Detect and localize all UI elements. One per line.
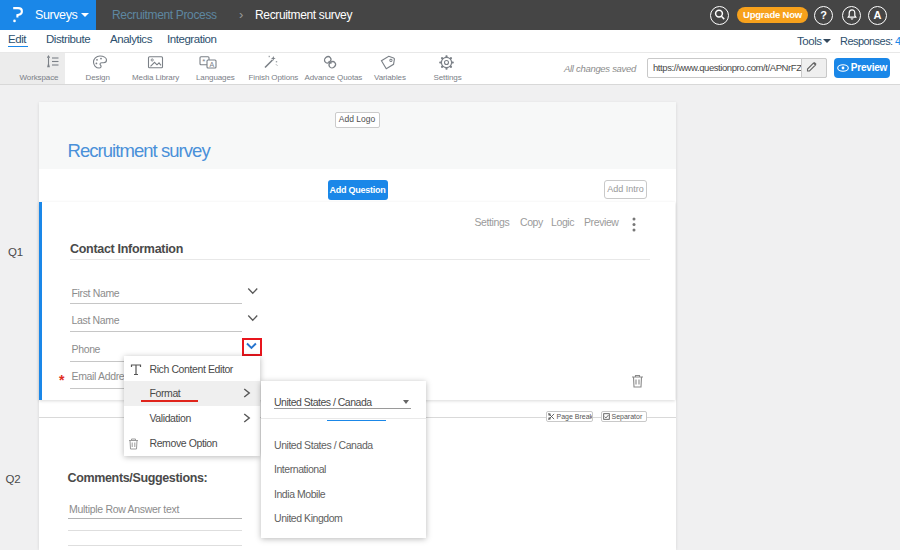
- svg-text:A: A: [209, 61, 214, 68]
- svg-text:*: *: [202, 57, 205, 66]
